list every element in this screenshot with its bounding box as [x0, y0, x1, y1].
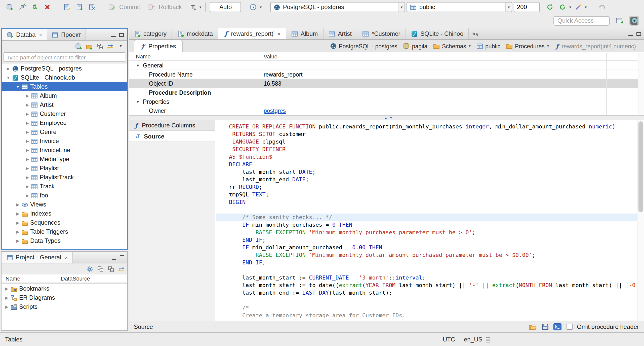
- collapsed-arrow-icon[interactable]: ▶: [5, 66, 12, 71]
- collapsed-arrow-icon[interactable]: ▶: [4, 295, 10, 300]
- breadcrumb-item-rewards-report-int4-numeric[interactable]: ƒrewards_report(int4,numeric): [555, 43, 636, 50]
- tree-item-employee[interactable]: ▶Employee: [2, 118, 127, 127]
- breadcrumb-item-pagila[interactable]: pagila: [403, 43, 427, 50]
- scrollbar-thumb[interactable]: [638, 121, 643, 212]
- locale-label[interactable]: en_US: [464, 336, 482, 343]
- collapsed-arrow-icon[interactable]: ▶: [24, 148, 31, 152]
- sql-source-editor[interactable]: CREATE OR REPLACE FUNCTION public.reward…: [216, 120, 637, 321]
- tree-item-artist[interactable]: ▶Artist: [2, 100, 127, 109]
- property-value[interactable]: postgres: [264, 108, 286, 114]
- transaction-mode-button[interactable]: [187, 2, 198, 13]
- editor-tab-mockdata[interactable]: mockdata: [172, 28, 218, 39]
- tab-projects[interactable]: Проект: [47, 29, 86, 40]
- property-row-procedure-name[interactable]: Procedure Namerewards_report: [129, 70, 644, 79]
- quick-access-input[interactable]: [553, 16, 610, 25]
- tree-item-views[interactable]: ▶Views: [2, 200, 127, 209]
- omit-header-label[interactable]: Omit procedure header: [577, 323, 639, 330]
- collapsed-arrow-icon[interactable]: ▶: [24, 193, 31, 198]
- tree-item-data-types[interactable]: ▶Data Types: [2, 236, 127, 245]
- commit-label[interactable]: Commit: [119, 4, 140, 11]
- maximize-icon[interactable]: [636, 32, 641, 36]
- chevron-down-icon[interactable]: ▾: [398, 3, 405, 12]
- splitter-handle[interactable]: ▲ ▼: [384, 116, 392, 119]
- object-filter-input[interactable]: [4, 52, 125, 62]
- new-sql-editor-button[interactable]: [74, 2, 85, 13]
- chevron-down-icon[interactable]: ▾: [585, 5, 587, 9]
- schema-combo[interactable]: public ▾: [407, 2, 512, 12]
- expand-all-icon[interactable]: [107, 265, 114, 272]
- minimize-icon[interactable]: [112, 259, 116, 260]
- column-datasource[interactable]: DataSource: [61, 275, 90, 282]
- splitter-up-icon[interactable]: ▲: [384, 116, 387, 119]
- omit-header-checkbox[interactable]: [566, 324, 572, 330]
- tree-item-er-diagrams[interactable]: ▶ER Diagrams: [2, 293, 127, 302]
- reconnect-button[interactable]: [29, 2, 40, 13]
- chevron-down-icon[interactable]: ▾: [569, 5, 571, 9]
- grid-scrollbar[interactable]: [638, 53, 644, 115]
- tree-item-customer[interactable]: ▶Customer: [2, 109, 127, 118]
- open-console-icon[interactable]: [553, 323, 562, 330]
- breadcrumb-item-postgresql-postgres[interactable]: PostgreSQL - postgres: [330, 43, 397, 50]
- collapsed-arrow-icon[interactable]: ▶: [24, 139, 31, 143]
- collapsed-arrow-icon[interactable]: ▶: [24, 112, 31, 116]
- back-history-button[interactable]: [596, 2, 608, 13]
- collapsed-arrow-icon[interactable]: ▶: [24, 184, 31, 189]
- maximize-icon[interactable]: [119, 33, 124, 37]
- open-perspective-button[interactable]: [614, 15, 625, 26]
- save-to-file-icon[interactable]: [542, 323, 549, 330]
- property-row-properties[interactable]: ▼Properties: [129, 97, 644, 106]
- expanded-arrow-icon[interactable]: ▼: [15, 84, 21, 89]
- column-value[interactable]: Value: [264, 53, 277, 59]
- minimize-icon[interactable]: [628, 35, 633, 36]
- recent-sql-editor-button[interactable]: [87, 2, 98, 13]
- tab-overflow-indicator[interactable]: »5: [472, 28, 478, 39]
- timezone-label[interactable]: UTC: [443, 336, 455, 343]
- collapsed-arrow-icon[interactable]: ▶: [24, 102, 31, 107]
- column-name[interactable]: Name: [6, 275, 20, 282]
- disconnect-button[interactable]: [42, 2, 53, 13]
- close-icon[interactable]: ×: [39, 32, 42, 38]
- link-with-editor-icon[interactable]: [118, 265, 125, 272]
- sql-editor-button[interactable]: [61, 2, 72, 13]
- property-row-procedure-description[interactable]: Procedure Description: [129, 88, 644, 97]
- tree-item-playlisttrack[interactable]: ▶PlaylistTrack: [2, 173, 127, 182]
- rollback-label[interactable]: Rollback: [159, 4, 182, 11]
- collapsed-arrow-icon[interactable]: ▶: [24, 121, 31, 125]
- tab-properties[interactable]: ƒ Properties: [134, 40, 182, 52]
- tree-item-sequences[interactable]: ▶Sequences: [2, 218, 127, 227]
- collapse-all-icon[interactable]: [97, 265, 104, 272]
- property-row-general[interactable]: ▼General: [129, 61, 644, 70]
- chevron-down-icon[interactable]: ▾: [505, 3, 512, 12]
- tree-item-tables[interactable]: ▼Tables: [2, 82, 127, 91]
- close-icon[interactable]: ×: [278, 31, 281, 37]
- column-name[interactable]: Name: [136, 53, 151, 59]
- property-row-object-id[interactable]: Object ID16,583: [129, 79, 644, 88]
- editor-tab-category[interactable]: category: [129, 28, 172, 39]
- collapsed-arrow-icon[interactable]: ▶: [4, 304, 10, 309]
- rollback-button[interactable]: [146, 2, 157, 13]
- grid-code-splitter[interactable]: ▲ ▼: [129, 116, 644, 120]
- minimize-icon[interactable]: [111, 36, 116, 37]
- editor-tab-customer[interactable]: *Customer: [357, 28, 406, 39]
- breadcrumb-item-procedures[interactable]: Procedures▾: [506, 43, 549, 50]
- connect-button[interactable]: [17, 2, 28, 13]
- breadcrumb-item-public[interactable]: public: [476, 43, 500, 50]
- collapsed-arrow-icon[interactable]: ▶: [15, 238, 21, 243]
- collapsed-arrow-icon[interactable]: ▶: [24, 175, 31, 180]
- editor-tab-artist[interactable]: Artist: [323, 28, 357, 39]
- tree-item-playlist[interactable]: ▶Playlist: [2, 164, 127, 173]
- expanded-arrow-icon[interactable]: ▼: [5, 75, 12, 80]
- tab-database-navigator[interactable]: Databa ×: [2, 29, 47, 40]
- tab-project-general[interactable]: Project - General ×: [2, 252, 73, 263]
- close-icon[interactable]: ×: [65, 255, 68, 260]
- subtab-source[interactable]: ‹TSource: [129, 131, 215, 142]
- tree-item-table-triggers[interactable]: ▶Table Triggers: [2, 227, 127, 236]
- refresh-button[interactable]: [545, 2, 556, 13]
- tree-item-foo[interactable]: ▶foo: [2, 191, 127, 200]
- tree-item-mediatype[interactable]: ▶MediaType: [2, 155, 127, 164]
- collapsed-arrow-icon[interactable]: ▶: [24, 166, 31, 170]
- transaction-log-button[interactable]: [248, 2, 259, 13]
- load-from-file-icon[interactable]: [529, 323, 537, 330]
- tree-item-album[interactable]: ▶Album: [2, 91, 127, 100]
- tree-item-scripts[interactable]: ▶Scripts: [2, 302, 127, 311]
